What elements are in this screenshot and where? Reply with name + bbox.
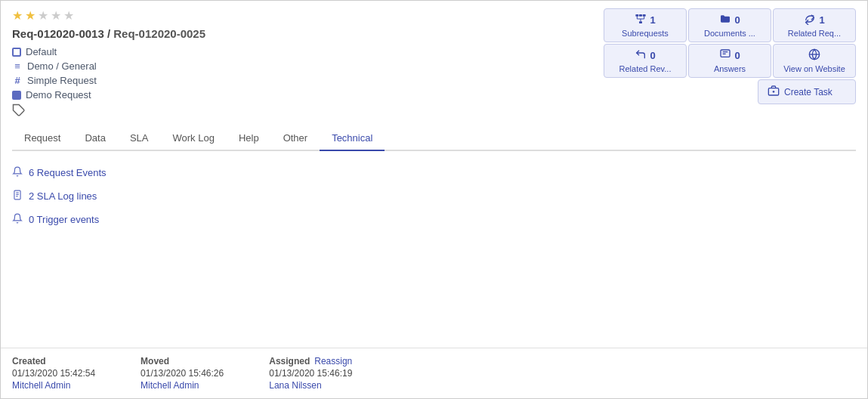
- breadcrumb-parent[interactable]: Req-012020-0013: [12, 27, 104, 40]
- reply-icon: [635, 48, 647, 63]
- request-events-link[interactable]: 6 Request Events: [12, 166, 856, 179]
- answers-label: Answers: [714, 64, 746, 73]
- action-buttons-row2: 0 Related Rev... 0 Answers: [604, 44, 856, 78]
- subrequests-button[interactable]: 1 Subrequests: [604, 8, 687, 42]
- breadcrumb-separator: /: [104, 27, 114, 40]
- meta-item-default: Default: [12, 46, 596, 57]
- documents-button[interactable]: 0 Documents ...: [688, 8, 771, 42]
- tabs-bar: Request Data SLA Work Log Help Other Tec…: [12, 126, 856, 151]
- meta-label-general: Demo / General: [27, 60, 97, 72]
- footer-moved: Moved 01/13/2020 15:46:26 Mitchell Admin: [141, 356, 224, 391]
- assigned-user[interactable]: Lana Nilssen: [269, 380, 352, 391]
- svg-rect-3: [643, 14, 646, 17]
- answers-count: 0: [734, 50, 740, 61]
- related-req-button[interactable]: 1 Related Req...: [773, 8, 856, 42]
- footer-assigned: Assigned Reassign 01/13/2020 15:46:19 La…: [269, 356, 352, 391]
- answers-button[interactable]: 0 Answers: [688, 44, 771, 78]
- action-buttons-row1: 1 Subrequests 0 Documents ...: [604, 8, 856, 42]
- square-icon: [12, 91, 21, 100]
- created-date: 01/13/2020 15:42:54: [12, 368, 95, 379]
- subrequests-label: Subrequests: [622, 29, 669, 38]
- main-container: ★ ★ ★ ★ ★ Req-012020-0013 / Req-012020-0…: [0, 0, 868, 399]
- sla-log-label: 2 SLA Log lines: [29, 190, 97, 202]
- view-website-button[interactable]: View on Website: [773, 44, 856, 78]
- right-panel: 1 Subrequests 0 Documents ...: [604, 8, 856, 120]
- svg-rect-2: [639, 14, 642, 17]
- checkbox-icon: [12, 48, 21, 57]
- footer-section: Created 01/13/2020 15:42:54 Mitchell Adm…: [1, 348, 867, 398]
- tab-request[interactable]: Request: [12, 126, 73, 151]
- breadcrumb: Req-012020-0013 / Req-012020-0025: [12, 27, 596, 40]
- tab-data[interactable]: Data: [73, 126, 117, 151]
- star-5[interactable]: ★: [63, 8, 74, 23]
- meta-item-simple: # Simple Request: [12, 75, 596, 86]
- star-rating[interactable]: ★ ★ ★ ★ ★: [12, 8, 596, 23]
- related-req-label: Related Req...: [788, 29, 841, 38]
- meta-label-simple: Simple Request: [27, 75, 97, 86]
- star-2[interactable]: ★: [25, 8, 36, 23]
- related-req-count: 1: [819, 14, 824, 26]
- bell-icon-1: [12, 166, 23, 179]
- assigned-label: Assigned: [269, 356, 310, 367]
- create-task-button[interactable]: Create Task: [758, 79, 856, 104]
- star-4[interactable]: ★: [51, 8, 61, 23]
- top-section: ★ ★ ★ ★ ★ Req-012020-0013 / Req-012020-0…: [1, 1, 867, 120]
- assigned-date: 01/13/2020 15:46:19: [269, 368, 352, 379]
- moved-date: 01/13/2020 15:46:26: [141, 368, 224, 379]
- answers-icon: [719, 48, 731, 63]
- footer-created: Created 01/13/2020 15:42:54 Mitchell Adm…: [12, 356, 95, 391]
- tab-sla[interactable]: SLA: [118, 126, 161, 151]
- meta-item-general: ≡ Demo / General: [12, 60, 596, 72]
- created-label: Created: [12, 356, 95, 367]
- moved-label: Moved: [141, 356, 224, 367]
- star-3[interactable]: ★: [38, 8, 48, 23]
- meta-label-demo: Demo Request: [26, 89, 91, 101]
- hash-icon: #: [12, 76, 23, 86]
- subrequests-icon: [635, 13, 647, 27]
- view-website-label: View on Website: [783, 64, 845, 73]
- create-task-row: Create Task: [604, 79, 856, 104]
- tab-help[interactable]: Help: [227, 126, 271, 151]
- svg-rect-4: [639, 21, 642, 23]
- request-events-label: 6 Request Events: [29, 167, 107, 178]
- document-icon: [12, 190, 23, 203]
- documents-count: 0: [734, 14, 740, 26]
- related-rev-button[interactable]: 0 Related Rev...: [604, 44, 687, 78]
- trigger-events-label: 0 Trigger events: [29, 214, 99, 225]
- tab-work-log[interactable]: Work Log: [160, 126, 226, 151]
- meta-item-demo: Demo Request: [12, 89, 596, 101]
- reassign-link[interactable]: Reassign: [314, 356, 352, 367]
- folder-icon: [719, 13, 731, 27]
- related-rev-label: Related Rev...: [619, 64, 672, 73]
- trigger-events-link[interactable]: 0 Trigger events: [12, 213, 856, 226]
- svg-rect-1: [636, 14, 639, 17]
- subrequests-count: 1: [650, 14, 655, 26]
- meta-label-default: Default: [26, 46, 57, 57]
- bell-icon-2: [12, 213, 23, 226]
- left-panel: ★ ★ ★ ★ ★ Req-012020-0013 / Req-012020-0…: [12, 8, 596, 120]
- documents-label: Documents ...: [704, 29, 755, 38]
- meta-list: Default ≡ Demo / General # Simple Reques…: [12, 46, 596, 101]
- create-task-label: Create Task: [784, 87, 832, 97]
- tag-icon: [12, 104, 596, 120]
- breadcrumb-current: Req-012020-0025: [113, 27, 205, 40]
- related-rev-count: 0: [650, 50, 655, 61]
- moved-user[interactable]: Mitchell Admin: [141, 380, 224, 391]
- star-1[interactable]: ★: [12, 8, 23, 23]
- tab-technical[interactable]: Technical: [320, 126, 385, 151]
- briefcase-icon: [768, 85, 780, 99]
- menu-icon: ≡: [12, 61, 23, 72]
- sla-log-link[interactable]: 2 SLA Log lines: [12, 190, 856, 203]
- content-area: 6 Request Events 2 SLA Log lines 0 Trigg…: [1, 151, 867, 348]
- related-req-icon: [804, 13, 816, 27]
- globe-icon: [808, 48, 820, 63]
- created-user[interactable]: Mitchell Admin: [12, 380, 95, 391]
- assigned-header: Assigned Reassign: [269, 356, 352, 367]
- tab-other[interactable]: Other: [271, 126, 320, 151]
